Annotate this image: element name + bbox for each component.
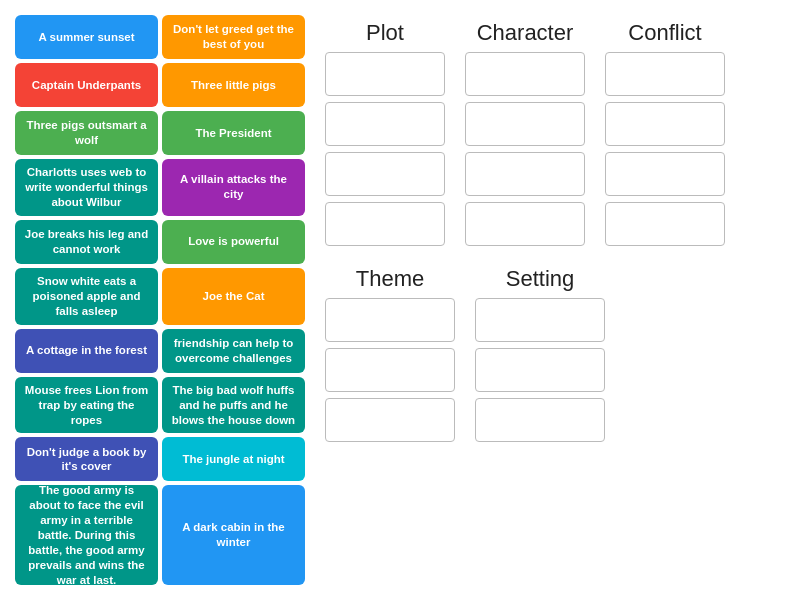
card-16[interactable]: Don't judge a book by it's cover: [15, 437, 158, 481]
card-12[interactable]: A cottage in the forest: [15, 329, 158, 373]
card-1[interactable]: Don't let greed get the best of you: [162, 15, 305, 59]
character-drop-2[interactable]: [465, 102, 585, 146]
card-14[interactable]: Mouse frees Lion from trap by eating the…: [15, 377, 158, 434]
card-6[interactable]: Charlotts uses web to write wonderful th…: [15, 159, 158, 216]
setting-drop-2[interactable]: [475, 348, 605, 392]
bottom-drop-row-3: [325, 398, 785, 442]
card-13[interactable]: friendship can help to overcome challeng…: [162, 329, 305, 373]
drop-row-2: [325, 102, 785, 146]
card-18[interactable]: The good army is about to face the evil …: [15, 485, 158, 585]
plot-drop-4[interactable]: [325, 202, 445, 246]
drop-zone-panel: Plot Character Conflict Theme Se: [325, 15, 785, 585]
drop-row-1: [325, 52, 785, 96]
card-5[interactable]: The President: [162, 111, 305, 155]
bottom-headers: Theme Setting: [325, 266, 785, 292]
setting-header: Setting: [475, 266, 605, 292]
card-11[interactable]: Joe the Cat: [162, 268, 305, 325]
setting-drop-3[interactable]: [475, 398, 605, 442]
conflict-drop-2[interactable]: [605, 102, 725, 146]
card-7[interactable]: A villain attacks the city: [162, 159, 305, 216]
character-header: Character: [465, 20, 585, 46]
top-section: Plot Character Conflict: [325, 20, 785, 246]
conflict-drop-4[interactable]: [605, 202, 725, 246]
setting-drop-1[interactable]: [475, 298, 605, 342]
theme-drop-2[interactable]: [325, 348, 455, 392]
card-4[interactable]: Three pigs outsmart a wolf: [15, 111, 158, 155]
plot-drop-1[interactable]: [325, 52, 445, 96]
conflict-drop-1[interactable]: [605, 52, 725, 96]
bottom-section: Theme Setting: [325, 266, 785, 442]
character-drop-3[interactable]: [465, 152, 585, 196]
theme-drop-3[interactable]: [325, 398, 455, 442]
card-17[interactable]: The jungle at night: [162, 437, 305, 481]
card-19[interactable]: A dark cabin in the winter: [162, 485, 305, 585]
plot-drop-3[interactable]: [325, 152, 445, 196]
drop-row-4: [325, 202, 785, 246]
card-9[interactable]: Love is powerful: [162, 220, 305, 264]
card-2[interactable]: Captain Underpants: [15, 63, 158, 107]
card-0[interactable]: A summer sunset: [15, 15, 158, 59]
plot-drop-2[interactable]: [325, 102, 445, 146]
bottom-drop-row-1: [325, 298, 785, 342]
character-drop-1[interactable]: [465, 52, 585, 96]
card-8[interactable]: Joe breaks his leg and cannot work: [15, 220, 158, 264]
plot-header: Plot: [325, 20, 445, 46]
conflict-header: Conflict: [605, 20, 725, 46]
card-10[interactable]: Snow white eats a poisoned apple and fal…: [15, 268, 158, 325]
theme-drop-1[interactable]: [325, 298, 455, 342]
card-15[interactable]: The big bad wolf huffs and he puffs and …: [162, 377, 305, 434]
card-3[interactable]: Three little pigs: [162, 63, 305, 107]
conflict-drop-3[interactable]: [605, 152, 725, 196]
card-bank: A summer sunsetDon't let greed get the b…: [15, 15, 305, 585]
theme-header: Theme: [325, 266, 455, 292]
top-headers: Plot Character Conflict: [325, 20, 785, 46]
character-drop-4[interactable]: [465, 202, 585, 246]
drop-row-3: [325, 152, 785, 196]
bottom-drop-row-2: [325, 348, 785, 392]
